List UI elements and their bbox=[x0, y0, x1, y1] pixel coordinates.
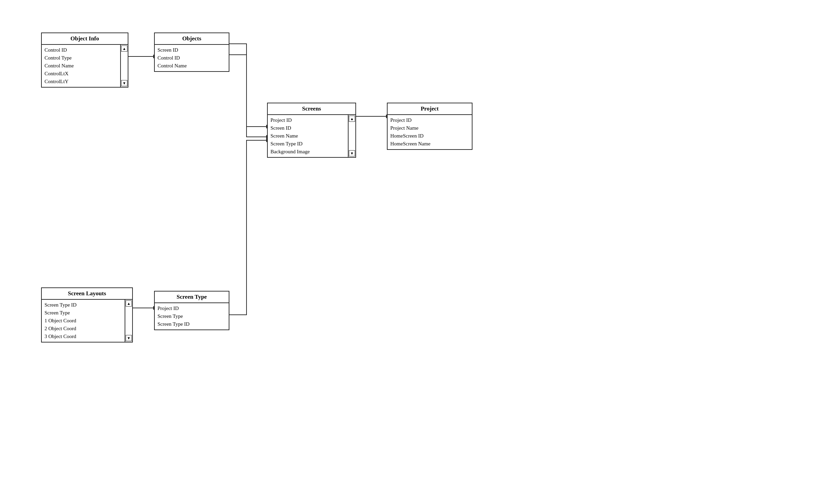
entity-project: Project Project ID Project Name HomeScre… bbox=[387, 103, 472, 150]
scrollbar-screen-layouts: ▲ ▼ bbox=[125, 300, 132, 342]
field-screen-id: Screen ID bbox=[157, 46, 226, 54]
field-2-object-coord: 2 Object Coord bbox=[45, 325, 122, 333]
field-controllty: ControlLtX bbox=[45, 70, 117, 78]
scrollbar-screens: ▲ ▼ bbox=[348, 115, 355, 157]
entity-objects-title: Objects bbox=[155, 33, 229, 45]
field-control-id-obj: Control ID bbox=[157, 54, 226, 62]
field-3-object-coord: 3 Object Coord bbox=[45, 333, 122, 340]
field-1-object-coord: 1 Object Coord bbox=[45, 317, 122, 325]
scroll-up-sl[interactable]: ▲ bbox=[126, 300, 132, 307]
scroll-down-btn[interactable]: ▼ bbox=[121, 80, 127, 86]
entity-screen-layouts-title: Screen Layouts bbox=[42, 288, 132, 300]
field-screen-type-id-st: Screen Type ID bbox=[157, 320, 226, 328]
field-screen-type-sl: Screen Type bbox=[45, 309, 122, 317]
entity-screens-title: Screens bbox=[268, 103, 355, 115]
field-control-name: Control Name bbox=[45, 62, 117, 70]
field-controllty2: ControlLtY bbox=[45, 78, 117, 86]
scroll-down-sl[interactable]: ▼ bbox=[126, 335, 132, 341]
scroll-up-screens[interactable]: ▲ bbox=[349, 116, 355, 122]
entity-screens: Screens Project ID Screen ID Screen Name… bbox=[267, 103, 356, 158]
entity-objects: Objects Screen ID Control ID Control Nam… bbox=[154, 33, 229, 72]
field-project-id-scr: Project ID bbox=[270, 116, 345, 124]
field-project-id-st: Project ID bbox=[157, 305, 226, 312]
entity-object-info-title: Object Info bbox=[42, 33, 128, 45]
entity-screen-type: Screen Type Project ID Screen Type Scree… bbox=[154, 291, 229, 330]
field-homescreen-id: HomeScreen ID bbox=[390, 132, 469, 140]
field-project-name: Project Name bbox=[390, 124, 469, 132]
field-control-id: Control ID bbox=[45, 46, 117, 54]
field-project-id-proj: Project ID bbox=[390, 116, 469, 124]
scroll-up-btn[interactable]: ▲ bbox=[121, 46, 127, 52]
scrollbar-object-info: ▲ ▼ bbox=[120, 45, 128, 87]
entity-object-info: Object Info Control ID Control Type Cont… bbox=[41, 33, 128, 88]
field-background-image: Background Image bbox=[270, 148, 345, 156]
field-screen-name: Screen Name bbox=[270, 132, 345, 140]
entity-screen-layouts: Screen Layouts Screen Type ID Screen Typ… bbox=[41, 287, 133, 343]
scroll-down-screens[interactable]: ▼ bbox=[349, 150, 355, 156]
field-screen-id-scr: Screen ID bbox=[270, 124, 345, 132]
field-homescreen-name: HomeScreen Name bbox=[390, 140, 469, 148]
entity-screen-type-title: Screen Type bbox=[155, 292, 229, 303]
field-control-type: Control Type bbox=[45, 54, 117, 62]
field-screen-type-id-sl: Screen Type ID bbox=[45, 301, 122, 309]
field-control-name-obj: Control Name bbox=[157, 62, 226, 70]
field-screen-type-st: Screen Type bbox=[157, 312, 226, 320]
entity-project-title: Project bbox=[388, 103, 472, 115]
field-screen-type-id: Screen Type ID bbox=[270, 140, 345, 148]
